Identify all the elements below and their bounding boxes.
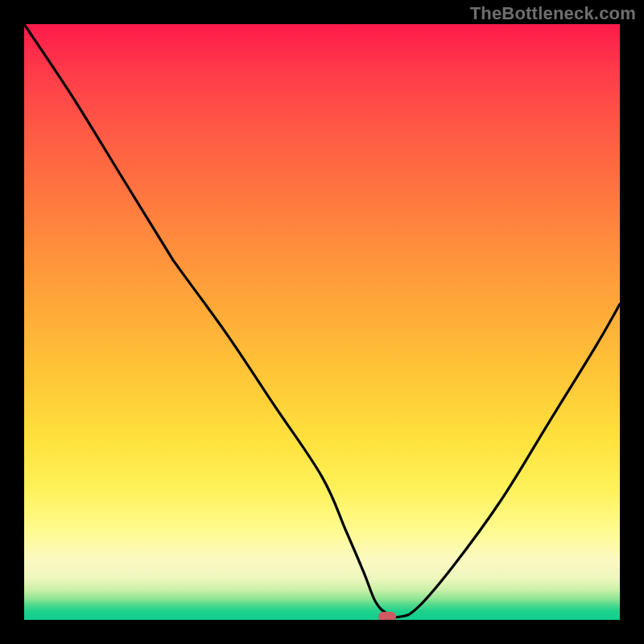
chart-frame: TheBottleneck.com <box>0 0 644 644</box>
watermark-text: TheBottleneck.com <box>470 3 636 24</box>
plot-area <box>24 24 620 620</box>
bottleneck-curve <box>24 24 620 620</box>
optimal-marker <box>378 612 396 620</box>
